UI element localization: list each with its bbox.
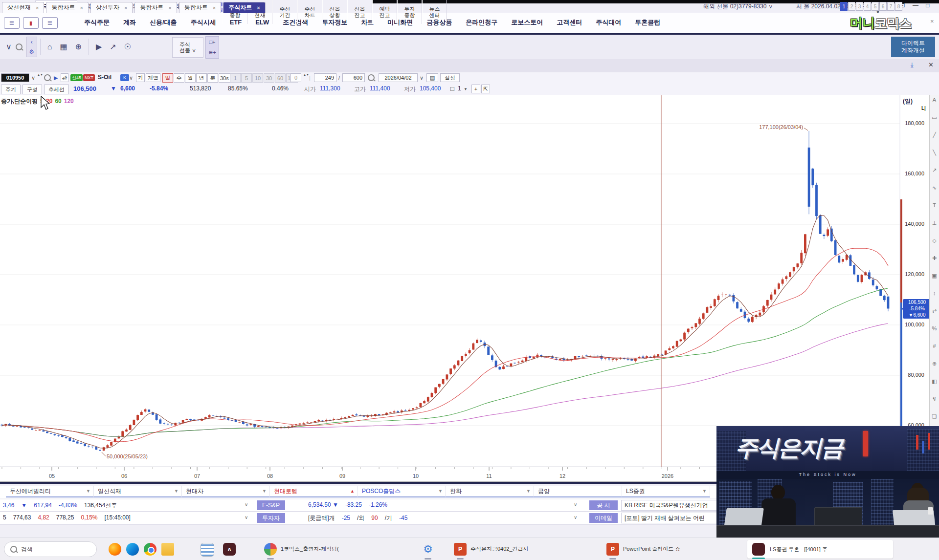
tab-close-icon[interactable]: × bbox=[80, 5, 83, 11]
news1-tag[interactable]: 공 시 bbox=[589, 500, 618, 510]
settings-button[interactable]: 설정 bbox=[440, 73, 460, 82]
watch-cell-현대차[interactable]: 현대차▼ bbox=[182, 486, 270, 497]
printer-icon[interactable]: ▤ bbox=[426, 73, 438, 82]
broadcast-video-overlay[interactable]: 주식은지금 The Stock is Now bbox=[716, 426, 939, 538]
freq-button-주[interactable]: 주 bbox=[174, 73, 184, 83]
freq-button-30s[interactable]: 30s bbox=[219, 73, 230, 83]
pager-8[interactable]: 8 bbox=[895, 2, 902, 11]
draw-tool-icon[interactable]: ▣ bbox=[932, 273, 937, 290]
calculator-icon[interactable]: ▦ bbox=[60, 42, 67, 51]
ls-app-icon[interactable]: ʌ bbox=[223, 543, 236, 556]
chevron-down-icon[interactable]: ∨ bbox=[129, 73, 133, 82]
index1-tag[interactable]: E-S&P bbox=[257, 500, 285, 510]
chevron-icon[interactable]: ▲ bbox=[350, 489, 355, 494]
taskbar-active-app[interactable]: LS증권 투혼 - [[4001] 주 bbox=[747, 540, 893, 559]
calendar-search-icon[interactable] bbox=[368, 73, 375, 82]
pager-6[interactable]: 6 bbox=[879, 2, 887, 11]
pager-1[interactable]: 1 bbox=[840, 2, 848, 11]
watch-cell-한화[interactable]: 한화▼ bbox=[446, 486, 534, 497]
tab-주식차트[interactable]: 주식차트× bbox=[223, 2, 265, 13]
gear-icon[interactable]: ⚙ bbox=[29, 48, 34, 55]
watch-cell-금양[interactable]: 금양 bbox=[534, 486, 622, 497]
draw-tool-icon[interactable]: ╱ bbox=[933, 132, 936, 150]
checkbox[interactable]: ☐ bbox=[450, 85, 455, 93]
pager-2[interactable]: 2 bbox=[848, 2, 855, 11]
chevron-down-icon[interactable]: ∨ bbox=[420, 73, 424, 82]
download-icon[interactable]: ⤓ bbox=[911, 61, 914, 69]
pager-7[interactable]: 7 bbox=[887, 2, 894, 11]
gwan-button[interactable]: 관 bbox=[61, 73, 68, 82]
menu-item-주식대여[interactable]: 주식대여 bbox=[589, 18, 628, 27]
taskbar-search-input[interactable]: 검색 bbox=[4, 541, 97, 557]
taskbar-app-label[interactable]: PowerPoint 슬라이드 쇼 bbox=[623, 545, 680, 553]
news2-headline[interactable]: [포토] 딸기 재배 살펴보는 어린 bbox=[621, 513, 723, 523]
chevron-icon[interactable]: ▼ bbox=[702, 489, 707, 494]
freq-button-년[interactable]: 년 bbox=[196, 73, 207, 83]
draw-tool-icon[interactable]: ▭ bbox=[932, 114, 937, 132]
menu-item-계좌[interactable]: 계좌 bbox=[116, 18, 143, 27]
document-icon[interactable] bbox=[201, 543, 214, 557]
menu-item-고객센터[interactable]: 고객센터 bbox=[550, 18, 589, 27]
mode-button-구성[interactable]: 구성 bbox=[22, 85, 42, 94]
mode-button-추세선[interactable]: 추세선 bbox=[44, 85, 69, 94]
symbol-code-input[interactable]: 010950 bbox=[1, 73, 29, 82]
minute-button-30[interactable]: 30 bbox=[264, 73, 274, 83]
watch-cell-현대로템[interactable]: 현대로템▲ bbox=[270, 486, 358, 497]
tab-상선투자[interactable]: 상선투자× bbox=[90, 2, 133, 13]
chevron-down-icon[interactable]: ∨ bbox=[574, 515, 577, 520]
draw-tool-icon[interactable]: % bbox=[932, 325, 937, 343]
chrome-icon[interactable] bbox=[144, 543, 156, 556]
draw-tool-icon[interactable]: ◧ bbox=[932, 378, 937, 396]
chevron-left-icon[interactable]: ‹ bbox=[31, 39, 33, 45]
watch-cell-두산에너빌리티[interactable]: 두산에너빌리티▼ bbox=[6, 486, 94, 497]
date-input[interactable]: 2026/04/02 bbox=[379, 73, 418, 82]
news2-tag[interactable]: 이데일 bbox=[589, 513, 618, 523]
chevron-icon[interactable]: ▼ bbox=[174, 489, 179, 494]
stock-futures-dropdown[interactable]: 주식선물 ∨ bbox=[172, 37, 203, 58]
draw-tool-icon[interactable]: ↯ bbox=[932, 396, 937, 413]
tab-close-icon[interactable]: × bbox=[257, 5, 260, 11]
media-icon[interactable]: ▶ bbox=[96, 42, 102, 51]
edge-icon[interactable] bbox=[126, 543, 139, 556]
draw-tool-icon[interactable]: ∿ bbox=[932, 185, 937, 202]
powerpoint-icon[interactable]: P bbox=[606, 543, 619, 556]
quick-button-투자종합[interactable]: 투자종합 bbox=[397, 0, 422, 24]
folder-icon[interactable] bbox=[161, 543, 174, 556]
pager-5[interactable]: 5 bbox=[872, 2, 879, 11]
quick-button-선옵잔고[interactable]: 선옵잔고 bbox=[347, 0, 372, 24]
chevron-down-icon[interactable]: ∨ bbox=[245, 515, 248, 520]
fit-button[interactable]: ⇱ bbox=[481, 85, 490, 93]
chevron-icon[interactable]: ▼ bbox=[526, 489, 531, 494]
period-button[interactable]: 기 bbox=[136, 73, 145, 82]
menu-list-icon[interactable]: ☰ bbox=[42, 17, 58, 29]
draw-tool-icon[interactable]: ⇄ bbox=[932, 308, 937, 325]
offset-stepper[interactable]: ▲▼ bbox=[303, 73, 309, 82]
index2-tag[interactable]: 투자자 bbox=[257, 513, 285, 523]
menu-item-주식주문[interactable]: 주식주문 bbox=[77, 18, 116, 27]
quick-order-icon[interactable]: ☰ bbox=[4, 17, 20, 29]
watch-cell-일신석재[interactable]: 일신석재▼ bbox=[94, 486, 182, 497]
firefox-icon[interactable] bbox=[109, 543, 121, 556]
window-split-icons[interactable]: □+ ⊕+ bbox=[205, 36, 219, 59]
tab-close-icon[interactable]: × bbox=[168, 5, 171, 11]
chevron-down-icon[interactable]: ∨ bbox=[245, 502, 248, 507]
tab-통합차트[interactable]: 통합차트× bbox=[46, 2, 88, 13]
watch-cell-POSCO홀딩스[interactable]: POSCO홀딩스▼ bbox=[358, 486, 446, 497]
quick-button-예탁잔고[interactable]: 예탁잔고 bbox=[372, 0, 397, 24]
tab-통합차트[interactable]: 통합차트× bbox=[134, 2, 177, 13]
watch-cell-LS증권[interactable]: LS증권▼ bbox=[622, 486, 710, 497]
chevron-icon[interactable]: ▼ bbox=[262, 489, 267, 494]
draw-tool-icon[interactable]: # bbox=[933, 343, 936, 361]
profile-icon[interactable]: ☉ bbox=[124, 42, 131, 51]
minute-button-60[interactable]: 60 bbox=[275, 73, 286, 83]
pie-icon[interactable] bbox=[264, 543, 277, 556]
news1-headline[interactable]: KB RISE 미국S&P원유생산기업 bbox=[621, 500, 723, 511]
pager-4[interactable]: 4 bbox=[864, 2, 871, 11]
chevron-down-icon[interactable]: ▼ bbox=[464, 85, 468, 93]
bar-count-input[interactable]: 249 bbox=[314, 73, 336, 82]
draw-tool-icon[interactable]: ⊕ bbox=[932, 361, 937, 378]
quick-button-주선기간[interactable]: 주선기간 bbox=[272, 0, 297, 24]
tab-close-icon[interactable]: × bbox=[213, 5, 216, 11]
tab-통합차트[interactable]: 통합차트× bbox=[179, 2, 221, 13]
draw-tool-icon[interactable]: ◇ bbox=[932, 237, 936, 255]
